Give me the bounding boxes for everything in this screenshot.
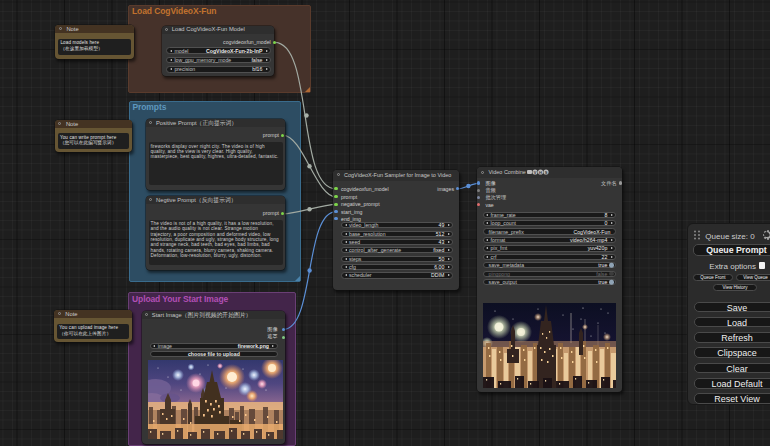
svg-text:V: V: [534, 169, 537, 174]
svg-text:S: S: [545, 169, 548, 174]
svg-text:H: H: [539, 169, 542, 174]
